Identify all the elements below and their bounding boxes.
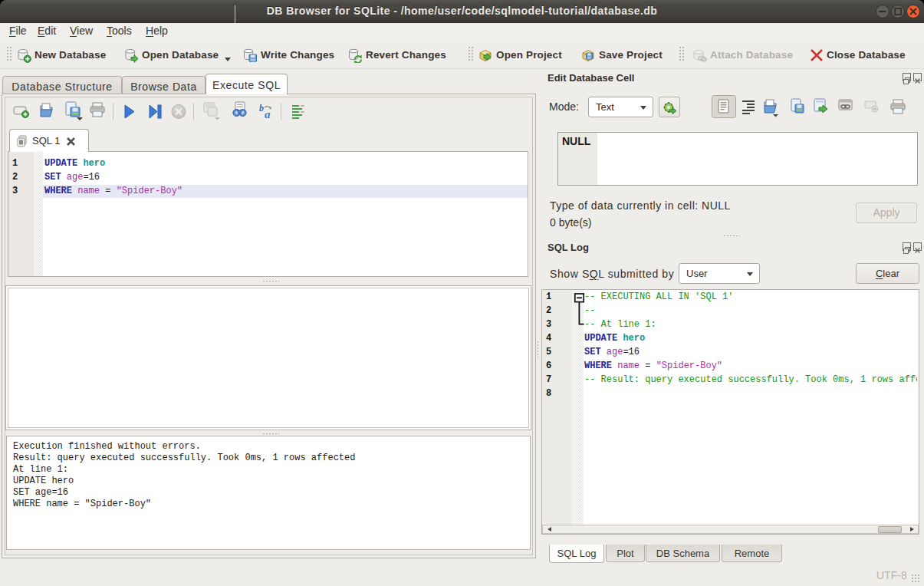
svg-text:b: b bbox=[259, 103, 264, 114]
svg-text:a: a bbox=[265, 108, 271, 120]
